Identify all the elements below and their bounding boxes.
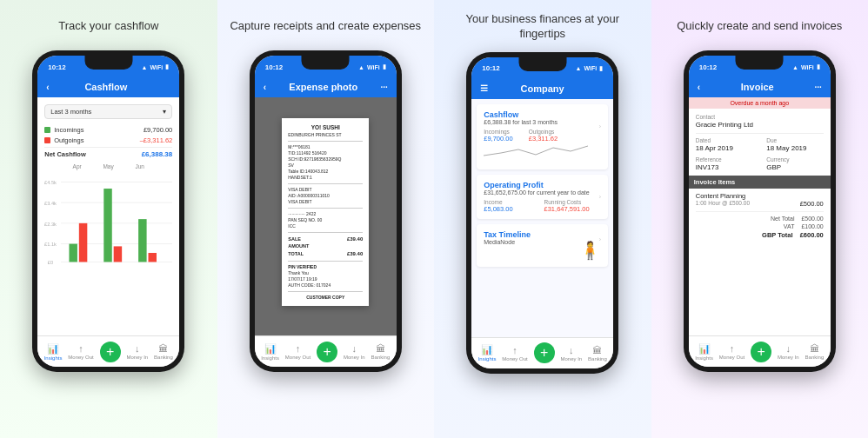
nav-banking-2[interactable]: 🏛 Banking [371,343,391,360]
menu-icon[interactable]: ☰ [480,83,488,93]
outgoings-value: –£3,311.62 [140,136,173,144]
company-cashflow-card[interactable]: Cashflow £6,388.38 for last 3 months Inc… [477,104,608,169]
net-cashflow-row: Net Cashflow £6,388.38 [44,147,172,158]
svg-text:£3.4k: £3.4k [44,201,57,206]
nav-banking[interactable]: 🏛 Banking [154,343,173,360]
item-value: £500.00 [800,200,824,208]
cashflow-amounts-row: Incomings £9,700.00 Outgoings £3,311.62 [484,129,558,143]
status-icons-3: ▲ WiFi ▮ [576,65,604,72]
receipt-divider-1 [288,141,363,142]
panel-expense: Capture receipts and create expenses 10:… [217,0,435,438]
company-title: Company [521,83,564,94]
invoice-items-header: Invoice Items [689,176,831,189]
net-total-label: Net Total [771,216,795,222]
receipt-divider-3 [288,208,363,209]
outgoings-label: Outgoings [54,136,83,144]
nav-money-in-3[interactable]: ↓ Money In [560,345,582,362]
vat-row: VAT £100.00 [696,223,824,229]
nav-insights-4[interactable]: 📊 Insights [695,343,713,361]
battery-icon-3: ▮ [599,65,603,72]
expense-header: ‹ Expense photo ··· [255,76,397,97]
nav-money-in-2[interactable]: ↓ Money In [344,343,365,360]
pin-verified: PIN VERIFIED [288,264,363,270]
nav-plus-button-4[interactable]: + [751,342,771,362]
nav-money-out-3[interactable]: ↑ Money Out [502,345,527,362]
operating-profit-card[interactable]: Operating Profit £31,652,675.00 for curr… [477,175,608,219]
wifi-icon-2: WiFi [367,64,380,70]
phone-company: 10:12 ▲ WiFi ▮ ☰ Company ··· Cashflow [466,52,618,374]
outgoings-col-label: Outgoings [529,129,558,135]
panel-cashflow: Track your cashflow 10:12 ▲ WiFi ▮ ‹ Cas… [0,0,217,438]
chart-x-labels: Apr May Jun [44,163,172,169]
banking-icon-4: 🏛 [810,343,819,354]
nav-insights-2[interactable]: 📊 Insights [261,343,279,361]
receipt-divider-2 [288,183,363,184]
status-bar-2: 10:12 ▲ WiFi ▮ [255,56,397,76]
invoice-totals: Net Total £500.00 VAT £100.00 GBP Total … [696,216,824,239]
status-bar-1: 10:12 ▲ WiFi ▮ [37,56,179,76]
back-icon[interactable]: ‹ [46,83,49,92]
overdue-banner: Overdue a month ago [689,97,831,109]
period-select[interactable]: Last 3 months ▾ [44,104,172,119]
nav-banking-4[interactable]: 🏛 Banking [805,343,825,360]
nav-money-out-4[interactable]: ↑ Money Out [719,343,744,360]
chevron-down-icon: ▾ [163,108,166,116]
due-col: Due 18 May 2019 [766,137,824,152]
insights-icon-4: 📊 [698,343,711,355]
nav-money-in-4[interactable]: ↓ Money In [778,343,799,360]
incomings-label: Incomings [54,126,83,134]
month-jun: Jun [135,163,144,169]
back-icon-2[interactable]: ‹ [264,83,266,92]
back-icon-4[interactable]: ‹ [698,83,700,92]
expense-content: YO! SUSHI EDINBURGH PRINCES ST M:***0618… [255,97,397,335]
receipt-divider-4 [288,232,363,233]
wifi-icon-4: WiFi [801,64,814,70]
net-value: £6,388.38 [142,150,173,158]
running-costs-col-value: £31,647,591.00 [544,205,590,213]
net-total-row: Net Total £500.00 [696,216,824,222]
incomings-value: £9,700.00 [144,126,172,134]
nav-plus-button-2[interactable]: + [317,342,337,362]
money-in-label: Money In [126,355,148,360]
insights-icon-2: 📊 [264,343,277,355]
status-time-2: 10:12 [265,63,283,71]
receipt-title: YO! SUSHI [288,123,363,132]
svg-rect-15 [149,253,157,262]
svg-text:£0: £0 [48,260,53,265]
nav-money-out-2[interactable]: ↑ Money Out [285,343,310,360]
nav-insights-3[interactable]: 📊 Insights [478,344,497,362]
outgoings-col-value: £3,311.62 [529,135,558,143]
currency-value: GBP [766,163,824,171]
nav-plus-button-3[interactable]: + [534,342,555,363]
battery-icon: ▮ [165,63,169,70]
battery-icon-4: ▮ [817,63,820,70]
svg-text:£1.1k: £1.1k [44,242,57,247]
ref-currency-row: Reference INV173 Currency GBP [696,156,824,171]
op-profit-title: Operating Profit [484,181,589,189]
tax-timeline-card[interactable]: Tax Timeline MediaNode › 🧍 [477,224,608,267]
more-icon-2[interactable]: ··· [380,83,387,92]
cashflow-content: Last 3 months ▾ Incomings £9,700.00 Outg… [37,97,179,335]
panel-1-title: Track your cashflow [58,12,158,40]
nav-insights[interactable]: 📊 Insights [44,343,63,361]
panel-company: Your business finances at your fingertip… [434,0,651,438]
outgoings-dot [44,137,50,143]
money-out-icon-3: ↑ [512,345,517,355]
cashflow-arrow: › [599,123,602,130]
nav-banking-3[interactable]: 🏛 Banking [588,345,607,362]
banking-icon: 🏛 [158,343,168,354]
wifi-icon-3: WiFi [584,65,598,71]
nav-plus-button[interactable]: + [100,342,121,362]
op-profit-arrow: › [599,193,602,201]
status-bar-4: 10:12 ▲ WiFi ▮ [689,56,831,76]
nav-money-out[interactable]: ↑ Money Out [68,343,93,360]
nav-money-in[interactable]: ↓ Money In [126,343,148,360]
invoice-header: ‹ Invoice ··· [689,76,831,97]
bottom-nav-4: 📊 Insights ↑ Money Out + ↓ Money In 🏛 Ba… [689,335,831,367]
currency-label: Currency [766,156,824,163]
wifi-icon: WiFi [150,64,164,70]
svg-rect-14 [138,219,146,262]
more-icon-4[interactable]: ··· [814,83,821,92]
money-in-icon-4: ↓ [786,343,791,354]
dated-label: Dated [696,137,753,143]
